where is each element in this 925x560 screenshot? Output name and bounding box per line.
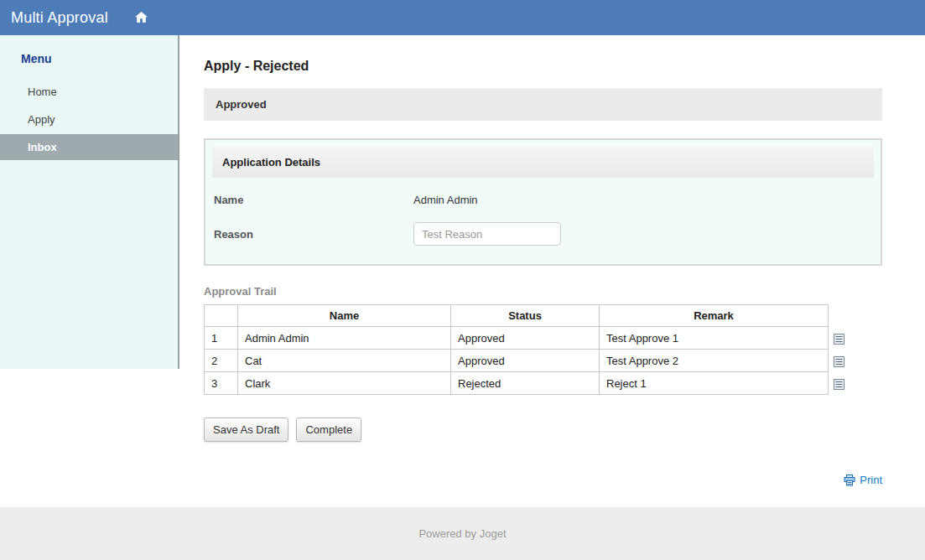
row-detail-icon[interactable] xyxy=(834,373,844,396)
cell-remark: Test Approve 2 xyxy=(600,350,829,372)
cell-status: Rejected xyxy=(451,372,600,395)
field-row-reason: Reason xyxy=(212,222,874,246)
cell-num: 1 xyxy=(205,327,238,350)
col-header-remark: Remark xyxy=(600,305,829,327)
name-value: Admin Admin xyxy=(413,194,478,206)
list-icon xyxy=(834,379,844,390)
print-row: Print xyxy=(204,474,882,486)
application-details-box: Application Details Name Admin Admin Rea… xyxy=(204,138,882,266)
field-row-name: Name Admin Admin xyxy=(212,194,874,206)
footer-text: Powered by Joget xyxy=(418,527,506,540)
home-icon-glyph xyxy=(135,12,148,23)
home-icon[interactable] xyxy=(135,12,148,23)
col-header-name: Name xyxy=(238,305,451,327)
cell-name: Admin Admin xyxy=(238,327,451,350)
col-header-num xyxy=(205,305,238,327)
table-header-row: Name Status Remark xyxy=(205,305,829,327)
cell-num: 2 xyxy=(205,350,238,372)
save-as-draft-button[interactable]: Save As Draft xyxy=(204,417,288,442)
sidebar: Menu Home Apply Inbox xyxy=(0,35,179,507)
table-row: 1 Admin Admin Approved Test Approve 1 xyxy=(205,327,829,350)
form-actions: Save As Draft Complete xyxy=(204,417,882,442)
cell-name: Cat xyxy=(238,350,451,372)
list-icon xyxy=(834,356,844,367)
printer-icon-glyph xyxy=(844,474,855,486)
menu-title: Menu xyxy=(0,49,178,79)
cell-name: Clark xyxy=(238,372,451,395)
sidebar-item-inbox[interactable]: Inbox xyxy=(0,134,178,160)
sidebar-menu: Menu Home Apply Inbox xyxy=(0,35,179,369)
print-link[interactable]: Print xyxy=(860,474,882,486)
cell-remark: Reject 1 xyxy=(600,372,829,395)
reason-label: Reason xyxy=(214,228,413,241)
page-title: Apply - Rejected xyxy=(204,59,882,74)
table-row: 2 Cat Approved Test Approve 2 xyxy=(205,350,829,372)
reason-input[interactable] xyxy=(413,222,561,246)
complete-button[interactable]: Complete xyxy=(296,417,361,442)
row-detail-icon[interactable] xyxy=(834,350,844,373)
status-bar: Approved xyxy=(204,88,882,121)
printer-icon[interactable] xyxy=(844,474,855,486)
sidebar-item-apply[interactable]: Apply xyxy=(0,106,178,132)
row-detail-icon[interactable] xyxy=(834,328,844,350)
approval-trail-table: Name Status Remark 1 Admin Admin Approve… xyxy=(204,304,829,395)
app-header: Multi Approval xyxy=(0,0,925,35)
cell-num: 3 xyxy=(205,372,238,395)
row-icons-column xyxy=(834,304,844,396)
sidebar-item-home[interactable]: Home xyxy=(0,79,178,105)
name-label: Name xyxy=(214,194,413,206)
section-header: Application Details xyxy=(212,147,874,178)
list-icon xyxy=(834,334,844,345)
approval-trail-title: Approval Trail xyxy=(204,285,882,298)
main-content: Apply - Rejected Approved Application De… xyxy=(179,35,925,507)
page-layout: Menu Home Apply Inbox Apply - Rejected A… xyxy=(0,35,925,507)
cell-status: Approved xyxy=(451,350,600,372)
col-header-status: Status xyxy=(451,305,600,327)
app-title: Multi Approval xyxy=(11,9,108,27)
cell-remark: Test Approve 1 xyxy=(600,327,829,350)
approval-trail: Name Status Remark 1 Admin Admin Approve… xyxy=(204,304,882,396)
page-footer: Powered by Joget xyxy=(0,507,925,560)
table-row: 3 Clark Rejected Reject 1 xyxy=(205,372,829,395)
cell-status: Approved xyxy=(451,327,600,350)
